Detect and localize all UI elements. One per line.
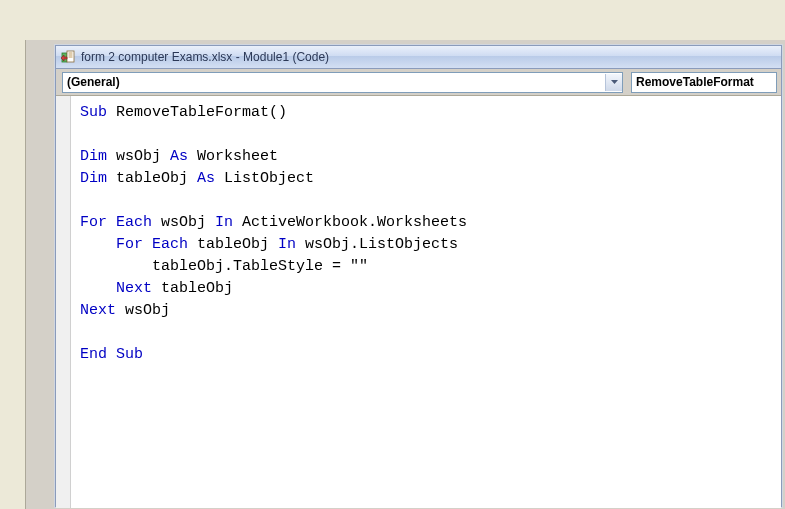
dropdown-arrow-icon[interactable] <box>605 74 622 91</box>
docked-panel-stub <box>0 0 25 20</box>
selector-bar: (General) RemoveTableFormat <box>56 69 781 96</box>
code-text[interactable]: Sub RemoveTableFormat() Dim wsObj As Wor… <box>76 96 781 372</box>
docked-panel-edge <box>0 0 26 509</box>
code-window: form 2 computer Exams.xlsx - Module1 (Co… <box>55 45 782 507</box>
object-combobox-value: (General) <box>67 75 120 89</box>
procedure-combobox[interactable]: RemoveTableFormat <box>631 72 777 93</box>
mdi-background <box>25 0 785 40</box>
code-window-titlebar[interactable]: form 2 computer Exams.xlsx - Module1 (Co… <box>56 46 781 69</box>
module-icon <box>60 49 76 65</box>
object-combobox[interactable]: (General) <box>62 72 623 93</box>
procedure-combobox-value: RemoveTableFormat <box>636 75 754 89</box>
code-margin <box>56 96 71 508</box>
code-window-title: form 2 computer Exams.xlsx - Module1 (Co… <box>81 50 329 64</box>
code-editor[interactable]: Sub RemoveTableFormat() Dim wsObj As Wor… <box>56 96 781 508</box>
